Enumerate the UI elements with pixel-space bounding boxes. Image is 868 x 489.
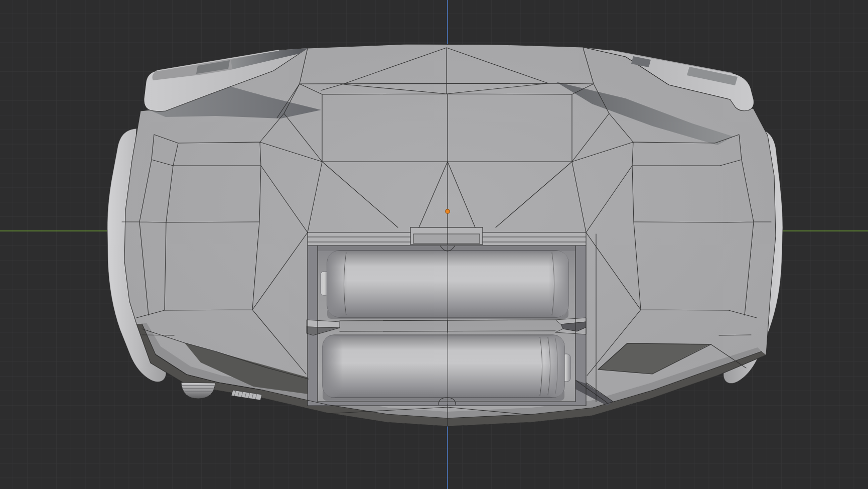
mesh-object[interactable]: [107, 44, 783, 426]
bay-top-inner-wall: [318, 246, 575, 251]
battery-top[interactable]: [321, 251, 568, 317]
battery-top-cap: [327, 251, 347, 317]
latch-tab: [410, 227, 483, 244]
battery-bottom[interactable]: [323, 335, 570, 398]
battery-top-cap-right: [548, 251, 568, 317]
battery-bay: [307, 232, 613, 406]
battery-bottom-cap: [323, 335, 343, 398]
viewport-canvas[interactable]: [0, 0, 868, 489]
origin-point-indicator: [446, 209, 450, 213]
battery-bottom-body: [323, 335, 564, 398]
battery-bottom-cap-right: [544, 335, 564, 398]
battery-top-body: [327, 251, 568, 317]
